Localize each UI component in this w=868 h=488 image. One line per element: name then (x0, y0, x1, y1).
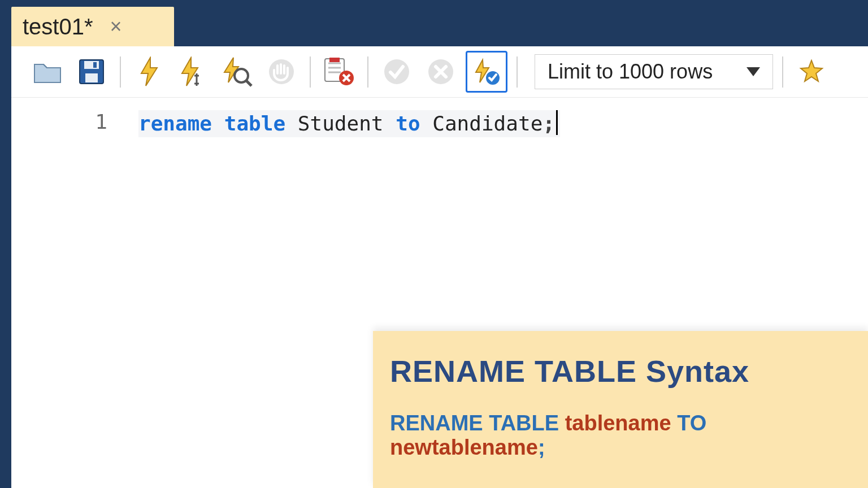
syntax-placeholder-old: tablename (565, 411, 671, 435)
cross-icon (427, 58, 455, 86)
svg-rect-3 (93, 62, 97, 68)
lightning-icon (138, 56, 160, 87)
svg-point-4 (235, 69, 248, 82)
identifier-candidate: Candidate (432, 112, 542, 135)
open-file-button[interactable] (28, 53, 67, 91)
execute-current-button[interactable] (174, 53, 212, 91)
svg-rect-1 (84, 61, 99, 69)
row-limit-select[interactable]: Limit to 1000 rows (535, 54, 773, 89)
identifier-student: Student (298, 112, 384, 135)
toolbar-separator (120, 56, 121, 88)
toolbar-separator (782, 56, 783, 88)
sql-line[interactable]: rename table Student to Candidate; (138, 110, 560, 137)
autocommit-toggle[interactable] (466, 51, 507, 93)
chevron-down-icon (747, 67, 760, 76)
script-stop-icon (324, 58, 354, 86)
svg-line-5 (246, 81, 251, 86)
tab-title: test01* (23, 14, 93, 40)
lightning-cursor-icon (180, 56, 207, 87)
star-icon (799, 59, 824, 84)
commit-button[interactable] (377, 53, 416, 91)
tab-bar: test01* × (11, 7, 174, 46)
folder-icon (33, 60, 62, 84)
stop-hand-icon (267, 58, 296, 86)
keyword-table: table (224, 112, 285, 135)
keyword-to: to (396, 112, 420, 135)
syntax-kw-to: TO (671, 411, 707, 435)
check-icon (383, 58, 411, 86)
svg-rect-14 (329, 58, 340, 62)
toolbar: Limit to 1000 rows (11, 46, 868, 98)
syntax-line: RENAME TABLE tablename TO newtablename; (390, 411, 851, 460)
explain-button[interactable] (218, 53, 257, 91)
toolbar-separator (517, 56, 518, 88)
semicolon: ; (542, 112, 555, 135)
tab-test01[interactable]: test01* × (11, 7, 174, 46)
svg-rect-2 (85, 73, 98, 82)
tab-close-icon[interactable]: × (110, 15, 122, 38)
stop-button[interactable] (262, 53, 301, 91)
text-cursor (556, 110, 558, 135)
svg-point-15 (384, 59, 409, 84)
save-button[interactable] (72, 53, 111, 91)
toolbar-separator (367, 56, 368, 88)
syntax-help-card: RENAME TABLE Syntax RENAME TABLE tablena… (373, 331, 868, 488)
syntax-semicolon: ; (538, 435, 545, 459)
lightning-magnify-icon (222, 56, 253, 87)
toolbar-separator (310, 56, 311, 88)
execute-button[interactable] (130, 53, 168, 91)
syntax-kw-table: TABLE (489, 411, 565, 435)
stop-script-button[interactable] (320, 53, 358, 91)
beautify-button[interactable] (792, 53, 831, 91)
lightning-check-icon (472, 58, 501, 86)
save-icon (79, 59, 105, 85)
rollback-button[interactable] (422, 53, 460, 91)
help-title: RENAME TABLE Syntax (390, 354, 851, 389)
keyword-rename: rename (138, 112, 212, 135)
syntax-kw-rename: RENAME (390, 411, 489, 435)
syntax-placeholder-new: newtablename (390, 435, 538, 459)
row-limit-label: Limit to 1000 rows (548, 60, 713, 84)
line-number: 1 (11, 110, 107, 133)
line-gutter: 1 (11, 98, 138, 488)
